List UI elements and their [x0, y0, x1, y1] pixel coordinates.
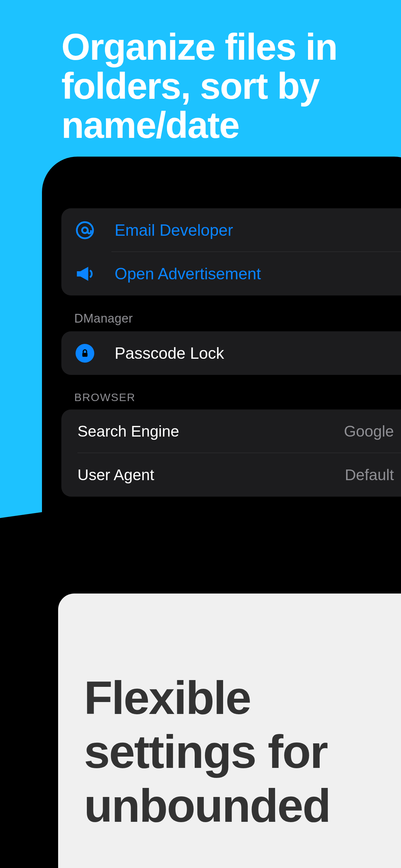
user-agent-value: Default — [345, 466, 394, 484]
at-icon — [74, 220, 95, 241]
megaphone-icon — [74, 263, 95, 284]
user-agent-label: User Agent — [78, 466, 154, 484]
promo-card: Flexible settings for unbounded — [58, 593, 401, 868]
search-engine-label: Search Engine — [78, 423, 179, 440]
black-bottom-fill — [0, 593, 58, 868]
device-notch — [178, 157, 294, 178]
passcode-lock-label: Passcode Lock — [115, 344, 397, 363]
lock-icon — [74, 343, 95, 364]
settings-screen: Email Developer Open Advertisement DMana… — [42, 169, 401, 497]
email-developer-row[interactable]: Email Developer — [61, 208, 401, 252]
browser-section-label: BROWSER — [74, 391, 397, 404]
open-advertisement-label: Open Advertisement — [115, 265, 397, 283]
support-group: Email Developer Open Advertisement — [61, 208, 401, 296]
browser-group: Search Engine Google User Agent Default — [61, 409, 401, 497]
search-engine-value: Google — [344, 423, 394, 440]
passcode-lock-row[interactable]: Passcode Lock — [61, 331, 401, 375]
promo-card-text: Flexible settings for unbounded — [84, 671, 401, 833]
dmanager-section-label: DManager — [74, 312, 397, 326]
user-agent-row[interactable]: User Agent Default — [61, 453, 401, 497]
dmanager-group: Passcode Lock — [61, 331, 401, 375]
open-advertisement-row[interactable]: Open Advertisement — [61, 252, 401, 296]
svg-rect-2 — [82, 352, 88, 356]
email-developer-label: Email Developer — [115, 221, 397, 240]
promo-headline: Organize files in folders, sort by name/… — [61, 27, 401, 144]
search-engine-row[interactable]: Search Engine Google — [61, 409, 401, 453]
